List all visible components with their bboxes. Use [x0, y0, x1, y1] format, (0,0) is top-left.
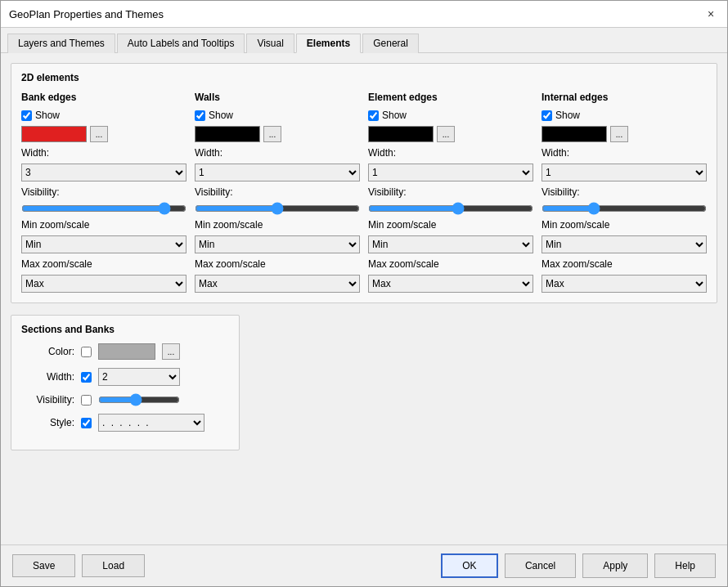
internal-edges-max-zoom-select[interactable]: Max 1:5000 — [542, 275, 707, 293]
bank-edges-show-checkbox[interactable] — [21, 110, 32, 121]
tab-layers-and-themes[interactable]: Layers and Themes — [7, 34, 115, 53]
internal-edges-show-label[interactable]: Show — [542, 110, 707, 121]
sections-banks-visibility-slider[interactable] — [98, 394, 180, 406]
walls-show-label[interactable]: Show — [195, 110, 360, 121]
bank-edges-max-zoom-label: Max zoom/scale — [21, 258, 186, 270]
close-button[interactable]: × — [703, 6, 719, 22]
bank-edges-visibility-slider[interactable] — [21, 203, 186, 214]
bank-edges-min-zoom-select[interactable]: Min 1:500 1:1000 — [21, 235, 186, 253]
element-edges-title: Element edges — [368, 92, 533, 103]
walls-width-label: Width: — [195, 147, 360, 159]
bank-edges-title: Bank edges — [21, 92, 186, 103]
internal-edges-color-row: ... — [542, 126, 707, 142]
internal-edges-width-label: Width: — [542, 147, 707, 159]
dialog: GeoPlan Properties and Themes × Layers a… — [0, 0, 728, 587]
element-edges-max-zoom-select[interactable]: Max 1:5000 — [368, 275, 533, 293]
help-button[interactable]: Help — [654, 553, 716, 578]
walls-max-zoom-select[interactable]: Max 1:5000 — [195, 275, 360, 293]
sections-banks-color-checkbox[interactable] — [81, 347, 92, 357]
bank-edges-show-label[interactable]: Show — [21, 110, 186, 121]
walls-col: Walls Show ... Width: 1 2 3 — [195, 92, 360, 293]
bank-edges-max-zoom-select[interactable]: Max 1:5000 1:10000 — [21, 275, 186, 293]
internal-edges-col: Internal edges Show ... Width: 1 2 3 — [542, 92, 707, 293]
2d-elements-section: 2D elements Bank edges Show ... Width: — [11, 63, 717, 303]
walls-width-select[interactable]: 1 2 3 — [195, 164, 360, 181]
tab-visual[interactable]: Visual — [246, 34, 294, 53]
walls-color-row: ... — [195, 126, 360, 142]
cancel-button[interactable]: Cancel — [505, 553, 576, 578]
sections-banks-visibility-checkbox[interactable] — [81, 395, 92, 406]
element-edges-max-zoom-label: Max zoom/scale — [368, 258, 533, 270]
sections-banks-title: Sections and Banks — [21, 324, 229, 335]
elements-grid: Bank edges Show ... Width: 1 2 3 4 — [21, 92, 707, 293]
internal-edges-color-btn[interactable]: ... — [610, 126, 628, 142]
bank-edges-color-btn[interactable]: ... — [90, 126, 108, 142]
2d-elements-title: 2D elements — [21, 72, 707, 83]
sections-banks-color-swatch[interactable] — [98, 343, 155, 360]
internal-edges-min-zoom-label: Min zoom/scale — [542, 219, 707, 231]
sections-banks-color-btn[interactable]: ... — [162, 343, 180, 360]
sections-banks-visibility-row: Visibility: — [21, 394, 229, 406]
internal-edges-max-zoom-label: Max zoom/scale — [542, 258, 707, 270]
element-edges-color-row: ... — [368, 126, 533, 142]
sections-banks-color-label: Color: — [21, 346, 74, 357]
sections-banks-color-row: Color: ... — [21, 343, 229, 360]
element-edges-visibility-slider[interactable] — [368, 203, 533, 214]
internal-edges-show-checkbox[interactable] — [542, 110, 552, 121]
bank-edges-col: Bank edges Show ... Width: 1 2 3 4 — [21, 92, 186, 293]
walls-color-btn[interactable]: ... — [263, 126, 281, 142]
tab-bar: Layers and Themes Auto Labels and Toolti… — [1, 28, 727, 53]
apply-button[interactable]: Apply — [582, 553, 648, 578]
internal-edges-color-swatch[interactable] — [542, 126, 607, 142]
internal-edges-visibility-label: Visibility: — [542, 186, 707, 198]
sections-banks-width-label: Width: — [21, 371, 74, 383]
internal-edges-min-zoom-select[interactable]: Min 1:500 — [542, 235, 707, 253]
sections-banks-section: Sections and Banks Color: ... Width: 1 2… — [11, 315, 240, 450]
footer: Save Load OK Cancel Apply Help — [1, 544, 727, 586]
walls-visibility-label: Visibility: — [195, 186, 360, 198]
bank-edges-width-label: Width: — [21, 147, 186, 159]
sections-banks-visibility-label: Visibility: — [21, 394, 74, 406]
element-edges-color-swatch[interactable] — [368, 126, 434, 142]
walls-color-swatch[interactable] — [195, 126, 260, 142]
sections-banks-width-checkbox[interactable] — [81, 372, 92, 383]
internal-edges-width-select[interactable]: 1 2 3 — [542, 164, 707, 181]
footer-left-buttons: Save Load — [12, 554, 145, 577]
element-edges-show-label[interactable]: Show — [368, 110, 533, 121]
sections-banks-width-select[interactable]: 1 2 3 — [98, 368, 180, 386]
element-edges-min-zoom-label: Min zoom/scale — [368, 219, 533, 231]
title-bar: GeoPlan Properties and Themes × — [1, 1, 727, 28]
sections-banks-style-checkbox[interactable] — [81, 418, 92, 428]
load-button[interactable]: Load — [82, 554, 145, 577]
walls-show-checkbox[interactable] — [195, 110, 205, 121]
walls-min-zoom-select[interactable]: Min 1:500 — [195, 235, 360, 253]
sections-banks-style-select[interactable]: . . . . . . — — — — — ───────── — [98, 414, 204, 432]
bank-edges-visibility-label: Visibility: — [21, 186, 186, 198]
main-content: 2D elements Bank edges Show ... Width: — [1, 53, 727, 544]
footer-right-buttons: OK Cancel Apply Help — [441, 553, 716, 578]
internal-edges-title: Internal edges — [542, 92, 707, 103]
tab-auto-labels[interactable]: Auto Labels and Tooltips — [117, 34, 245, 53]
element-edges-width-label: Width: — [368, 147, 533, 159]
sections-banks-width-row: Width: 1 2 3 — [21, 368, 229, 386]
sections-banks-style-label: Style: — [21, 417, 74, 428]
sections-banks-style-row: Style: . . . . . . — — — — — ───────── — [21, 414, 229, 432]
tab-general[interactable]: General — [362, 34, 419, 53]
element-edges-show-checkbox[interactable] — [368, 110, 379, 121]
internal-edges-visibility-slider[interactable] — [542, 203, 707, 214]
walls-title: Walls — [195, 92, 360, 103]
tab-elements[interactable]: Elements — [296, 34, 361, 53]
walls-max-zoom-label: Max zoom/scale — [195, 258, 360, 270]
bank-edges-color-swatch[interactable] — [21, 126, 87, 142]
element-edges-min-zoom-select[interactable]: Min 1:500 — [368, 235, 533, 253]
element-edges-width-select[interactable]: 1 2 3 — [368, 164, 533, 181]
bank-edges-width-select[interactable]: 1 2 3 4 5 — [21, 164, 186, 181]
walls-visibility-slider[interactable] — [195, 203, 360, 214]
element-edges-visibility-label: Visibility: — [368, 186, 533, 198]
ok-button[interactable]: OK — [441, 553, 498, 578]
bank-edges-color-row: ... — [21, 126, 186, 142]
walls-min-zoom-label: Min zoom/scale — [195, 219, 360, 231]
save-button[interactable]: Save — [12, 554, 75, 577]
bank-edges-min-zoom-label: Min zoom/scale — [21, 219, 186, 231]
element-edges-color-btn[interactable]: ... — [437, 126, 455, 142]
